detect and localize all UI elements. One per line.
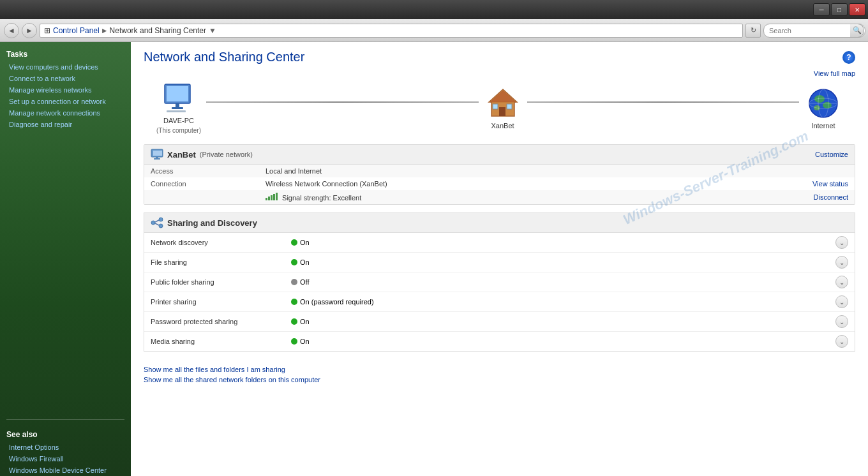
status-dot-5: [291, 338, 297, 345]
addressbar: ◄ ► ⊞ Control Panel ► Network and Sharin…: [0, 19, 868, 42]
customize-link[interactable]: Customize: [815, 151, 848, 158]
signal-text: Signal strength: Excellent: [282, 194, 361, 202]
back-button[interactable]: ◄: [4, 23, 19, 38]
sharing-status-0: On: [291, 239, 835, 246]
page-title: Network and Sharing Center: [144, 50, 304, 64]
svg-point-21: [151, 221, 155, 225]
view-full-map-link[interactable]: View full map: [144, 70, 855, 77]
globe-icon: [804, 87, 842, 119]
sidebar: Tasks View computers and devices Connect…: [0, 42, 131, 476]
sidebar-item-connect-network[interactable]: Connect to a network: [0, 73, 131, 84]
sharing-status-3: On (password required): [291, 298, 835, 306]
house-icon: [484, 87, 522, 119]
maximize-button[interactable]: □: [831, 3, 848, 16]
sharing-status-1: On: [291, 258, 835, 266]
bottom-links: Show me all the files and folders I am s…: [131, 359, 868, 390]
sharing-label-0: Network discovery: [151, 239, 291, 246]
help-icon[interactable]: ?: [842, 51, 855, 64]
content-header: Network and Sharing Center ?: [131, 42, 868, 70]
expand-btn-3[interactable]: ⌄: [835, 295, 848, 308]
signal-bar-1: [266, 198, 267, 200]
computer-sublabel: (This computer): [156, 127, 201, 134]
bottom-link-0[interactable]: Show me all the files and folders I am s…: [144, 364, 855, 375]
signal-bars: [266, 193, 278, 200]
internet-label: Internet: [811, 122, 835, 130]
network-node-router: XanBet: [484, 87, 522, 130]
sidebar-item-internet-options[interactable]: Internet Options: [0, 442, 131, 453]
network-node-internet: Internet: [804, 87, 842, 130]
computer-icon: [160, 82, 198, 114]
view-status-link[interactable]: View status: [812, 180, 848, 188]
disconnect-link[interactable]: Disconnect: [814, 193, 848, 201]
network-diagram: DAVE-PC (This computer): [144, 82, 855, 134]
sharing-row-5: Media sharing On ⌄: [144, 332, 855, 351]
expand-btn-1[interactable]: ⌄: [835, 256, 848, 269]
signal-bar-2: [268, 197, 270, 200]
info-row-connection: Connection Wireless Network Connection (…: [144, 177, 855, 190]
sidebar-item-view-computers[interactable]: View computers and devices: [0, 61, 131, 73]
connection-value: Wireless Network Connection (XanBet): [266, 180, 812, 188]
status-dot-3: [291, 299, 297, 305]
sidebar-item-diagnose[interactable]: Diagnose and repair: [0, 119, 131, 130]
sharing-label-4: Password protected sharing: [151, 318, 291, 325]
forward-button[interactable]: ►: [22, 23, 37, 38]
expand-btn-2[interactable]: ⌄: [835, 276, 848, 288]
signal-bar-3: [271, 195, 273, 200]
search-button[interactable]: 🔍: [850, 24, 864, 38]
breadcrumb-separator: ►: [101, 26, 108, 35]
network-map: View full map: [131, 70, 868, 144]
network-small-icon: [151, 149, 163, 160]
sharing-row-4: Password protected sharing On ⌄: [144, 312, 855, 332]
sharing-row-2: Public folder sharing Off ⌄: [144, 272, 855, 292]
titlebar: ─ □ ✕: [0, 0, 868, 19]
status-dot-2: [291, 279, 297, 285]
close-button[interactable]: ✕: [849, 3, 865, 16]
signal-value: Signal strength: Excellent: [266, 193, 814, 202]
sidebar-item-mobile-device[interactable]: Windows Mobile Device Center: [0, 465, 131, 476]
sharing-row-0: Network discovery On ⌄: [144, 233, 855, 253]
sidebar-bottom: See also Internet Options Windows Firewa…: [0, 414, 131, 476]
address-path[interactable]: ⊞ Control Panel ► Network and Sharing Ce…: [40, 24, 743, 38]
svg-rect-3: [172, 107, 183, 109]
info-row-signal: Signal strength: Excellent Disconnect: [144, 190, 855, 204]
sharing-status-5: On: [291, 338, 835, 345]
sidebar-item-manage-wireless[interactable]: Manage wireless networks: [0, 84, 131, 96]
breadcrumb-control-panel[interactable]: Control Panel: [53, 26, 100, 35]
expand-btn-5[interactable]: ⌄: [835, 335, 848, 348]
bottom-link-1[interactable]: Show me all the shared network folders o…: [144, 375, 855, 385]
svg-rect-4: [167, 110, 186, 112]
content-area: Network and Sharing Center ? View full m…: [131, 42, 868, 476]
see-also-title: See also: [0, 425, 131, 442]
network-info-section: XanBet (Private network) Customize Acces…: [144, 144, 855, 205]
router-label: XanBet: [491, 122, 514, 130]
sidebar-item-manage-connections[interactable]: Manage network connections: [0, 107, 131, 119]
sharing-label-5: Media sharing: [151, 338, 291, 345]
expand-btn-4[interactable]: ⌄: [835, 315, 848, 328]
sharing-status-4: On: [291, 318, 835, 325]
sharing-label-1: File sharing: [151, 258, 291, 266]
signal-bar-4: [273, 194, 275, 200]
access-label: Access: [151, 167, 266, 175]
sharing-title: Sharing and Discovery: [167, 218, 257, 228]
svg-rect-6: [499, 107, 505, 116]
info-row-access: Access Local and Internet: [144, 165, 855, 177]
breadcrumb-current: Network and Sharing Center: [110, 26, 206, 35]
computer-label: DAVE-PC: [163, 117, 194, 124]
signal-bar-5: [276, 193, 278, 200]
svg-line-25: [155, 223, 159, 225]
svg-line-24: [155, 220, 159, 222]
minimize-button[interactable]: ─: [813, 3, 830, 16]
status-dot-0: [291, 239, 297, 246]
sidebar-divider: [6, 419, 124, 420]
network-line-2: [527, 101, 800, 103]
sharing-status-2: Off: [291, 278, 835, 286]
expand-btn-0[interactable]: ⌄: [835, 236, 848, 249]
sidebar-item-windows-firewall[interactable]: Windows Firewall: [0, 453, 131, 465]
network-subtitle: (Private network): [200, 151, 253, 158]
sidebar-item-setup-connection[interactable]: Set up a connection or network: [0, 96, 131, 107]
access-value: Local and Internet: [266, 167, 848, 175]
status-dot-1: [291, 259, 297, 265]
refresh-button[interactable]: ↻: [745, 24, 761, 38]
svg-point-23: [159, 224, 163, 228]
svg-rect-18: [153, 151, 162, 156]
